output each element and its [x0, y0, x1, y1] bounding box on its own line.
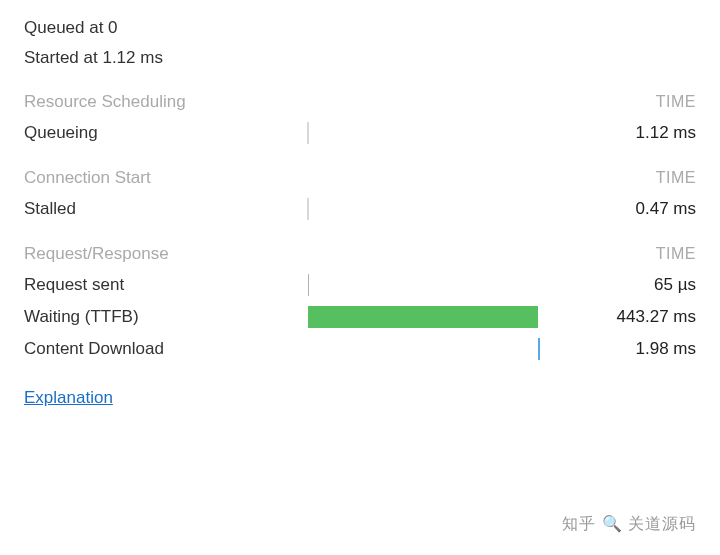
- request-sent-value: 65 µs: [576, 275, 696, 295]
- connection-start-header: Connection Start TIME: [24, 168, 696, 188]
- queueing-label: Queueing: [24, 123, 294, 143]
- content-download-bar: [538, 338, 540, 360]
- waiting-label: Waiting (TTFB): [24, 307, 294, 327]
- waiting-value: 443.27 ms: [576, 307, 696, 327]
- request-response-title: Request/Response: [24, 244, 169, 264]
- time-column-header: TIME: [656, 93, 696, 111]
- content-download-value: 1.98 ms: [576, 339, 696, 359]
- request-response-section: Request/Response TIME Request sent 65 µs…: [24, 244, 696, 360]
- request-sent-row: Request sent 65 µs: [24, 274, 696, 296]
- queueing-value: 1.12 ms: [576, 123, 696, 143]
- content-download-row: Content Download 1.98 ms: [24, 338, 696, 360]
- waiting-row: Waiting (TTFB) 443.27 ms: [24, 306, 696, 328]
- time-column-header: TIME: [656, 245, 696, 263]
- queueing-row: Queueing 1.12 ms: [24, 122, 696, 144]
- request-sent-bar-area: [294, 274, 576, 296]
- stalled-value: 0.47 ms: [576, 199, 696, 219]
- request-sent-bar: [308, 274, 309, 296]
- waiting-bar-area: [294, 306, 576, 328]
- time-column-header: TIME: [656, 169, 696, 187]
- resource-scheduling-section: Resource Scheduling TIME Queueing 1.12 m…: [24, 92, 696, 144]
- request-response-header: Request/Response TIME: [24, 244, 696, 264]
- stalled-bar-area: [294, 198, 576, 220]
- started-at-text: Started at 1.12 ms: [24, 48, 696, 68]
- resource-scheduling-header: Resource Scheduling TIME: [24, 92, 696, 112]
- stalled-bar: [307, 198, 309, 220]
- content-download-label: Content Download: [24, 339, 294, 359]
- explanation-link[interactable]: Explanation: [24, 388, 113, 407]
- connection-start-title: Connection Start: [24, 168, 151, 188]
- content-download-bar-area: [294, 338, 576, 360]
- stalled-label: Stalled: [24, 199, 294, 219]
- resource-scheduling-title: Resource Scheduling: [24, 92, 186, 112]
- connection-start-section: Connection Start TIME Stalled 0.47 ms: [24, 168, 696, 220]
- waiting-bar: [308, 306, 538, 328]
- explanation-container: Explanation: [24, 388, 696, 408]
- queueing-bar-area: [294, 122, 576, 144]
- watermark-text: 知乎 🔍 关道源码: [562, 514, 696, 535]
- request-sent-label: Request sent: [24, 275, 294, 295]
- queued-at-text: Queued at 0: [24, 18, 696, 38]
- stalled-row: Stalled 0.47 ms: [24, 198, 696, 220]
- queueing-bar: [307, 122, 309, 144]
